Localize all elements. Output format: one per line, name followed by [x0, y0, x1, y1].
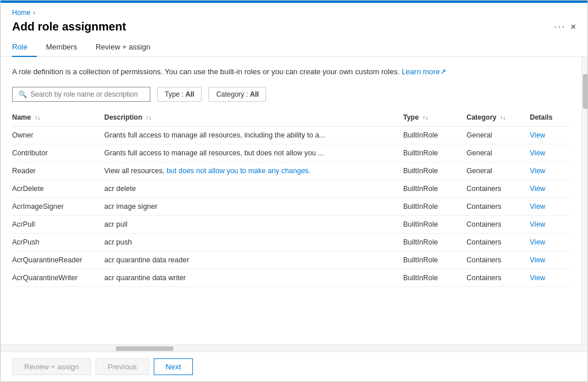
col-header-category[interactable]: Category ↑↓: [466, 109, 530, 127]
cell-category: Containers: [466, 197, 530, 215]
sort-icon-category: ↑↓: [500, 114, 506, 121]
hscroll-thumb[interactable]: [116, 346, 173, 351]
content-area: A role definition is a collection of per…: [1, 57, 587, 345]
scrollbar-thumb[interactable]: [583, 74, 587, 109]
table-row[interactable]: ReaderView all resources, but does not a…: [12, 162, 570, 179]
cell-type: BuiltInRole: [403, 251, 466, 269]
cell-name: AcrQuarantineReader: [12, 251, 104, 269]
view-link[interactable]: View: [530, 256, 545, 264]
view-link[interactable]: View: [530, 203, 545, 211]
sort-icon-name: ↑↓: [35, 114, 40, 121]
cell-details[interactable]: View: [530, 233, 570, 251]
horizontal-scrollbar[interactable]: [1, 345, 587, 352]
breadcrumb: Home ›: [12, 9, 576, 17]
sort-icon-description: ↑↓: [146, 114, 151, 121]
table-body: OwnerGrants full access to manage all re…: [12, 126, 570, 286]
breadcrumb-home[interactable]: Home: [12, 9, 31, 17]
search-icon: 🔍: [18, 90, 27, 98]
learn-more-link[interactable]: Learn more↗: [401, 67, 446, 76]
cell-type: BuiltInRole: [403, 269, 466, 286]
view-link[interactable]: View: [530, 220, 545, 228]
cell-description: acr delete: [104, 179, 403, 197]
view-link[interactable]: View: [530, 131, 545, 139]
title-actions: ··· ×: [554, 21, 576, 33]
previous-button[interactable]: Previous: [96, 358, 149, 375]
cell-category: Containers: [466, 179, 530, 197]
cell-category: Containers: [466, 233, 530, 251]
search-input[interactable]: [31, 90, 144, 98]
tab-review-assign[interactable]: Review + assign: [96, 38, 160, 57]
close-button[interactable]: ×: [571, 22, 576, 32]
table-row[interactable]: AcrQuarantineWriteracr quarantine data w…: [12, 269, 570, 286]
table-row[interactable]: AcrQuarantineReaderacr quarantine data r…: [12, 251, 570, 269]
main-content: A role definition is a collection of per…: [1, 57, 582, 345]
cell-name: Contributor: [12, 144, 104, 162]
header: Home › Add role assignment ··· × Role Me…: [1, 3, 587, 57]
next-button[interactable]: Next: [154, 358, 194, 375]
table-row[interactable]: ContributorGrants full access to manage …: [12, 144, 570, 162]
more-options-icon[interactable]: ···: [554, 21, 566, 33]
cell-name: AcrQuarantineWriter: [12, 269, 104, 286]
col-header-description[interactable]: Description ↑↓: [104, 109, 403, 127]
cell-name: AcrImageSigner: [12, 197, 104, 215]
cell-description: acr push: [104, 233, 403, 251]
cell-type: BuiltInRole: [403, 179, 466, 197]
cell-description: acr image signer: [104, 197, 403, 215]
view-link[interactable]: View: [530, 149, 545, 157]
cell-category: Containers: [466, 251, 530, 269]
cell-description: Grants full access to manage all resourc…: [104, 144, 403, 162]
view-link[interactable]: View: [530, 274, 545, 282]
cell-type: BuiltInRole: [403, 144, 466, 162]
cell-name: AcrPull: [12, 215, 104, 233]
cell-description: acr quarantine data reader: [104, 251, 403, 269]
footer: Review + assign Previous Next: [1, 352, 587, 381]
cell-details[interactable]: View: [530, 197, 570, 215]
tab-members[interactable]: Members: [46, 38, 86, 57]
cell-type: BuiltInRole: [403, 126, 466, 144]
view-link[interactable]: View: [530, 238, 545, 246]
table-row[interactable]: OwnerGrants full access to manage all re…: [12, 126, 570, 144]
cell-details[interactable]: View: [530, 269, 570, 286]
view-link[interactable]: View: [530, 185, 545, 193]
cell-details[interactable]: View: [530, 144, 570, 162]
cell-details[interactable]: View: [530, 162, 570, 179]
title-row: Add role assignment ··· ×: [12, 20, 576, 33]
cell-name: AcrPush: [12, 233, 104, 251]
search-box[interactable]: 🔍: [12, 87, 150, 102]
category-filter-button[interactable]: Category : All: [208, 87, 266, 102]
cell-description: Grants full access to manage all resourc…: [104, 126, 403, 144]
cell-category: Containers: [466, 269, 530, 286]
description-text: A role definition is a collection of per…: [12, 66, 570, 78]
cell-type: BuiltInRole: [403, 233, 466, 251]
cell-name: Reader: [12, 162, 104, 179]
col-header-details: Details: [530, 109, 570, 127]
cell-details[interactable]: View: [530, 215, 570, 233]
table-row[interactable]: AcrPushacr pushBuiltInRoleContainersView: [12, 233, 570, 251]
table-header: Name ↑↓ Description ↑↓ Type ↑↓ Categor: [12, 109, 570, 127]
table-row[interactable]: AcrImageSigneracr image signerBuiltInRol…: [12, 197, 570, 215]
cell-details[interactable]: View: [530, 251, 570, 269]
review-assign-button[interactable]: Review + assign: [12, 358, 91, 375]
cell-details[interactable]: View: [530, 179, 570, 197]
col-header-type[interactable]: Type ↑↓: [403, 109, 466, 127]
cell-details[interactable]: View: [530, 126, 570, 144]
cell-category: General: [466, 144, 530, 162]
col-header-name[interactable]: Name ↑↓: [12, 109, 104, 127]
vertical-scrollbar[interactable]: [582, 57, 587, 345]
cell-category: General: [466, 126, 530, 144]
tab-role[interactable]: Role: [12, 38, 37, 57]
table-row[interactable]: AcrPullacr pullBuiltInRoleContainersView: [12, 215, 570, 233]
cell-description: acr quarantine data writer: [104, 269, 403, 286]
cell-category: General: [466, 162, 530, 179]
sort-icon-type: ↑↓: [422, 114, 428, 121]
main-window: Home › Add role assignment ··· × Role Me…: [0, 0, 588, 382]
type-filter-button[interactable]: Type : All: [157, 87, 202, 102]
cell-name: AcrDelete: [12, 179, 104, 197]
filters-row: 🔍 Type : All Category : All: [12, 87, 570, 102]
table-row[interactable]: AcrDeleteacr deleteBuiltInRoleContainers…: [12, 179, 570, 197]
view-link[interactable]: View: [530, 167, 545, 175]
roles-table: Name ↑↓ Description ↑↓ Type ↑↓ Categor: [12, 109, 570, 287]
breadcrumb-separator: ›: [33, 9, 35, 17]
cell-description: View all resources, but does not allow y…: [104, 162, 403, 179]
page-title: Add role assignment: [12, 20, 126, 33]
